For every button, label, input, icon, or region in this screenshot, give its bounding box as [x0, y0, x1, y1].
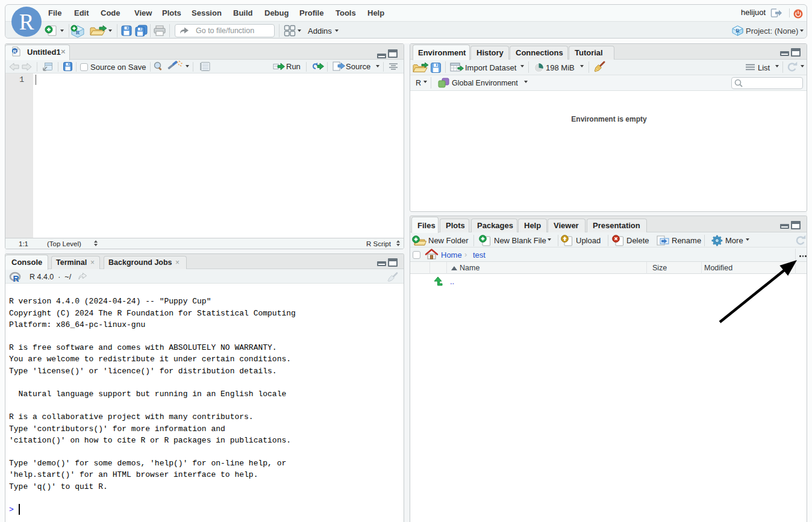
svg-text:R: R — [735, 28, 740, 34]
svg-text:R: R — [13, 274, 19, 284]
svg-text:R: R — [13, 49, 17, 54]
